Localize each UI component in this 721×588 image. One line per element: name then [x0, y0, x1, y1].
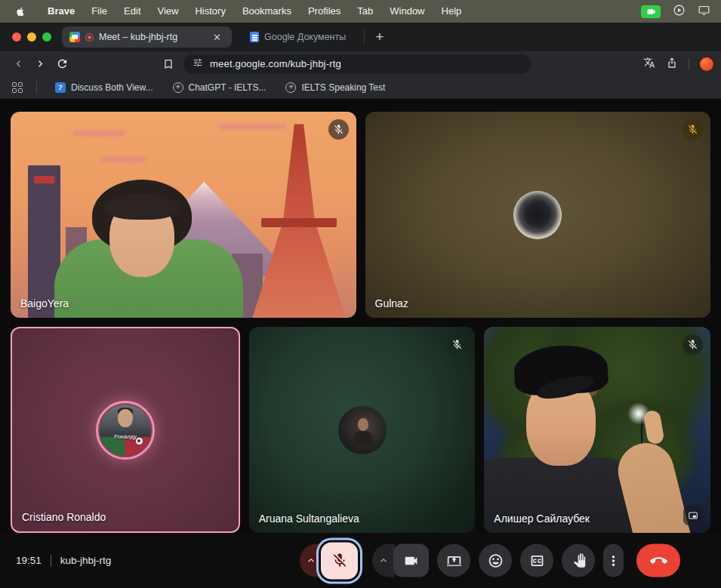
- brave-rewards-icon[interactable]: [700, 57, 713, 71]
- bookmark-chatgpt[interactable]: ✳ ChatGPT - IELTS...: [165, 80, 274, 95]
- browser-toolbar: meet.google.com/kub-jhbj-rtg: [0, 51, 721, 76]
- bookmarks-bar: 7 Discuss Both View... ✳ ChatGPT - IELTS…: [0, 76, 721, 99]
- present-screen-button[interactable]: [437, 544, 470, 577]
- bookmarks-separator: [36, 82, 37, 94]
- smiley-icon: [488, 553, 504, 568]
- avatar: [513, 191, 562, 239]
- hand-icon: [571, 553, 587, 568]
- bookmark-favicon-icon: 7: [55, 82, 66, 93]
- screen-record-status-icon[interactable]: [673, 4, 686, 19]
- picture-in-picture-icon[interactable]: [683, 506, 703, 525]
- menu-bookmarks[interactable]: Bookmarks: [234, 0, 300, 23]
- meeting-code: kub-jhbj-rtg: [60, 555, 112, 566]
- mic-muted-icon: [682, 334, 703, 355]
- avatar: Роналду: [100, 405, 151, 456]
- captions-button[interactable]: [520, 544, 553, 577]
- participant-name: Gulnaz: [375, 297, 408, 309]
- meet-participant-grid: BaigoYera Gulnaz Роналду: [0, 99, 721, 533]
- close-window-button[interactable]: [12, 32, 21, 42]
- url-text[interactable]: meet.google.com/kub-jhbj-rtg: [210, 58, 341, 69]
- apple-logo-icon[interactable]: [15, 6, 26, 17]
- camera-options-chevron-icon[interactable]: [372, 544, 395, 577]
- tab-title: Meet – kub-jhbj-rtg: [99, 32, 205, 42]
- bookmark-label: Discuss Both View...: [71, 82, 153, 93]
- new-tab-button[interactable]: +: [365, 29, 394, 45]
- bookmark-ielts-speaking[interactable]: ✳ IELTS Speaking Test: [278, 80, 393, 95]
- bookmark-label: ChatGPT - IELTS...: [189, 82, 267, 93]
- menu-file[interactable]: File: [83, 0, 116, 23]
- end-call-button[interactable]: [636, 544, 680, 577]
- site-settings-icon[interactable]: [193, 57, 203, 71]
- macos-menubar: Brave File Edit View History Bookmarks P…: [0, 0, 721, 23]
- display-status-icon[interactable]: [698, 4, 710, 19]
- menu-history[interactable]: History: [186, 0, 233, 23]
- cloud-art: [72, 131, 125, 136]
- mic-control-group: [300, 542, 358, 579]
- participant-name: Aruana Sultangalieva: [259, 513, 359, 525]
- mic-options-chevron-icon[interactable]: [300, 544, 322, 577]
- camera-toggle-button[interactable]: [393, 544, 429, 577]
- cloud-art: [218, 124, 286, 129]
- menu-edit[interactable]: Edit: [116, 0, 149, 23]
- participant-name: Cristiano Ronaldo: [22, 511, 106, 523]
- openai-favicon-icon: ✳: [173, 82, 183, 93]
- participant-tile-aruana[interactable]: Aruana Sultangalieva: [249, 327, 476, 533]
- share-icon[interactable]: [666, 57, 678, 72]
- browser-tabstrip: Meet – kub-jhbj-rtg ✕ Google Документы +: [0, 23, 721, 51]
- minimize-window-button[interactable]: [27, 32, 36, 42]
- mic-toggle-button-muted[interactable]: [321, 542, 358, 579]
- tab-recording-indicator-icon: [85, 33, 94, 42]
- toolbar-separator: [689, 58, 689, 70]
- closed-captions-icon: [529, 553, 545, 568]
- raise-hand-button[interactable]: [562, 544, 595, 577]
- meet-favicon-icon: [69, 32, 80, 42]
- menu-profiles[interactable]: Profiles: [300, 0, 349, 23]
- mic-muted-icon: [328, 119, 349, 140]
- avatar-caption: Роналду: [114, 433, 137, 440]
- participant-tile-alisher[interactable]: Алишер Сайлаубек: [484, 327, 710, 533]
- participant-tile-gulnaz[interactable]: Gulnaz: [365, 112, 711, 318]
- fullscreen-window-button[interactable]: [42, 32, 51, 42]
- participant-tile-cristiano-ronaldo[interactable]: Роналду Cristiano Ronaldo: [11, 327, 240, 533]
- camera-active-indicator-icon[interactable]: [641, 5, 661, 18]
- forward-button[interactable]: [29, 56, 51, 72]
- call-end-icon: [650, 552, 667, 569]
- menu-window[interactable]: Window: [381, 0, 433, 23]
- apps-grid-icon[interactable]: [12, 82, 23, 93]
- menu-tab[interactable]: Tab: [349, 0, 381, 23]
- call-controls: [300, 542, 680, 579]
- address-bar[interactable]: meet.google.com/kub-jhbj-rtg: [183, 54, 531, 74]
- videocam-icon: [403, 553, 419, 568]
- camera-control-group: [372, 544, 429, 577]
- mic-off-icon: [331, 553, 348, 569]
- bookmark-discuss[interactable]: 7 Discuss Both View...: [48, 80, 161, 95]
- cloud-art: [100, 157, 146, 162]
- bookmark-label: IELTS Speaking Test: [301, 82, 385, 93]
- mic-muted-icon: [682, 119, 703, 140]
- menu-brave[interactable]: Brave: [39, 0, 83, 23]
- menu-view[interactable]: View: [149, 0, 187, 23]
- tab-google-docs[interactable]: Google Документы: [242, 26, 353, 48]
- bookmark-icon[interactable]: [162, 58, 174, 70]
- participant-name: Алишер Сайлаубек: [494, 513, 590, 525]
- meet-control-bar: 19:51 kub-jhbj-rtg: [0, 533, 721, 588]
- participant-tile-baigoyera[interactable]: BaigoYera: [11, 112, 356, 318]
- participant-name: BaigoYera: [20, 297, 69, 309]
- translate-icon[interactable]: [643, 57, 655, 72]
- tab-title: Google Документы: [264, 32, 346, 42]
- more-vert-icon: [605, 553, 621, 568]
- present-screen-icon: [446, 553, 462, 568]
- reload-button[interactable]: [51, 56, 73, 72]
- openai-favicon-icon: ✳: [285, 82, 296, 93]
- tab-close-icon[interactable]: ✕: [210, 31, 224, 44]
- meeting-info: 19:51 kub-jhbj-rtg: [0, 555, 111, 567]
- avatar-speaking-ring: Роналду: [96, 401, 155, 460]
- back-button[interactable]: [8, 56, 29, 72]
- avatar: [338, 406, 387, 454]
- participant-video-person: [106, 194, 178, 220]
- more-options-button[interactable]: [603, 544, 624, 577]
- menu-help[interactable]: Help: [433, 0, 470, 23]
- tokyo-tower-deck-art: [261, 218, 337, 227]
- reactions-button[interactable]: [479, 544, 512, 577]
- tab-meet[interactable]: Meet – kub-jhbj-rtg ✕: [62, 26, 232, 48]
